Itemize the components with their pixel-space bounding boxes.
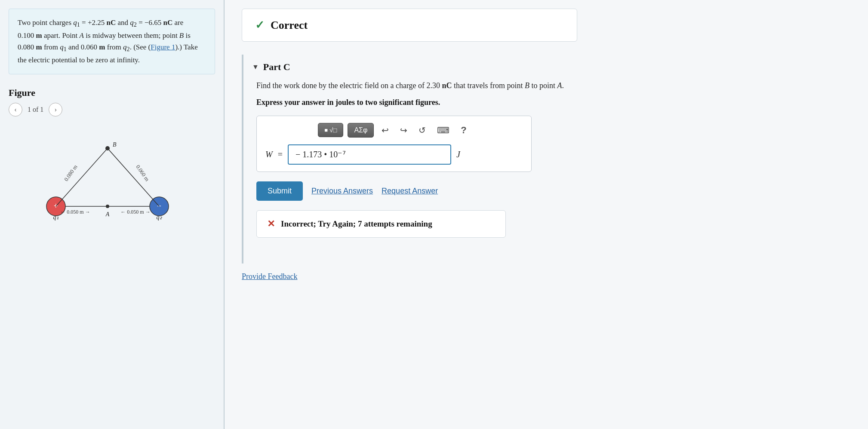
svg-text:← 0.050 m →: ← 0.050 m → bbox=[120, 209, 150, 215]
symbol-label: ΑΣφ bbox=[354, 126, 367, 134]
problem-text: Two point charges q1 = +2.25 nC and q2 =… bbox=[9, 9, 215, 74]
math-toolbar: ■ √□ ΑΣφ ↩ ↪ ↺ ⌨ ? bbox=[265, 123, 523, 138]
part-c-question: Find the work done by the electric field… bbox=[256, 80, 659, 92]
answer-unit: J bbox=[456, 150, 460, 159]
svg-text:0.080 m: 0.080 m bbox=[63, 163, 79, 182]
part-c-header[interactable]: ▼ Part C bbox=[243, 55, 672, 80]
answer-equals: = bbox=[278, 150, 283, 159]
provide-feedback-link[interactable]: Provide Feedback bbox=[242, 272, 297, 281]
answer-input[interactable] bbox=[288, 144, 451, 165]
svg-text:0.060 m: 0.060 m bbox=[135, 163, 151, 182]
correct-banner: ✓ Correct bbox=[242, 9, 577, 42]
correct-label: Correct bbox=[271, 19, 308, 32]
svg-text:← 0.050 m →: ← 0.050 m → bbox=[60, 209, 90, 215]
request-answer-button[interactable]: Request Answer bbox=[382, 187, 438, 196]
redo-button[interactable]: ↪ bbox=[397, 123, 411, 137]
symbol-button[interactable]: ΑΣφ bbox=[348, 123, 374, 138]
answer-row: W = J bbox=[265, 144, 523, 165]
keyboard-button[interactable]: ⌨ bbox=[434, 123, 453, 137]
part-c-section: ▼ Part C Find the work done by the elect… bbox=[242, 55, 672, 264]
previous-answers-button[interactable]: Previous Answers bbox=[311, 187, 373, 196]
incorrect-label: Incorrect; Try Again; 7 attempts remaini… bbox=[281, 219, 432, 229]
incorrect-x-icon: ✕ bbox=[267, 218, 275, 230]
svg-text:q₁: q₁ bbox=[53, 214, 59, 221]
help-button[interactable]: ? bbox=[457, 123, 470, 138]
answer-container: ■ √□ ΑΣφ ↩ ↪ ↺ ⌨ ? W bbox=[256, 116, 532, 172]
incorrect-banner: ✕ Incorrect; Try Again; 7 attempts remai… bbox=[256, 210, 506, 238]
svg-text:A: A bbox=[105, 211, 110, 218]
radical-icon: √□ bbox=[329, 126, 337, 134]
figure-section: Figure ‹ 1 of 1 › + q₁ − q₂ bbox=[9, 87, 215, 226]
figure-prev-button[interactable]: ‹ bbox=[9, 103, 22, 116]
svg-text:B: B bbox=[113, 141, 117, 148]
svg-line-11 bbox=[108, 148, 159, 206]
refresh-button[interactable]: ↺ bbox=[415, 123, 429, 137]
figure-nav-label: 1 of 1 bbox=[28, 106, 43, 113]
figure-nav: ‹ 1 of 1 › bbox=[9, 103, 215, 116]
svg-text:q₂: q₂ bbox=[157, 214, 162, 221]
left-panel: Two point charges q1 = +2.25 nC and q2 =… bbox=[0, 0, 224, 429]
answer-variable: W bbox=[265, 150, 273, 159]
math-template-icon: ■ bbox=[324, 127, 328, 133]
figure-diagram: + q₁ − q₂ A B bbox=[9, 123, 206, 226]
right-panel: ✓ Correct ▼ Part C Find the work done by… bbox=[225, 0, 868, 429]
part-c-instruction: Express your answer in joules to two sig… bbox=[256, 98, 659, 107]
correct-checkmark-icon: ✓ bbox=[255, 18, 265, 32]
part-c-title: Part C bbox=[263, 61, 290, 73]
part-c-body: Find the work done by the electric field… bbox=[243, 80, 672, 238]
main-container: Two point charges q1 = +2.25 nC and q2 =… bbox=[0, 0, 868, 429]
figure-next-button[interactable]: › bbox=[49, 103, 62, 116]
part-c-collapse-arrow: ▼ bbox=[252, 63, 259, 71]
math-template-button[interactable]: ■ √□ bbox=[318, 123, 343, 137]
undo-button[interactable]: ↩ bbox=[378, 123, 392, 137]
submit-button[interactable]: Submit bbox=[256, 181, 303, 201]
submit-row: Submit Previous Answers Request Answer bbox=[256, 181, 659, 201]
figure-title: Figure bbox=[9, 87, 215, 98]
